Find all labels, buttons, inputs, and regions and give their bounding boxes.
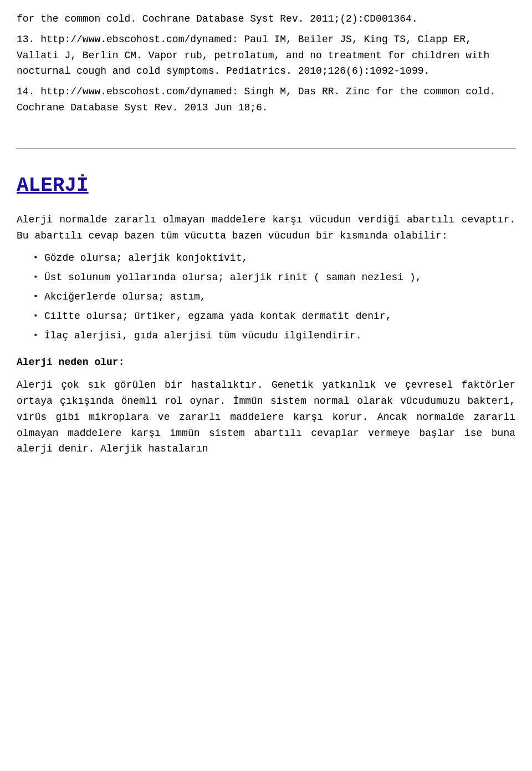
alerji-list: Gözde olursa; alerjik konjoktivit, Üst s… <box>33 250 515 343</box>
list-item: İlaç alerjisi, gıda alerjisi tüm vücudu … <box>33 328 515 344</box>
list-item: Üst solunum yollarında olursa; alerjik r… <box>33 270 515 286</box>
list-item: Ciltte olursa; ürtiker, egzama yada kont… <box>33 308 515 324</box>
alerji-intro: Alerji normalde zararlı olmayan maddeler… <box>17 212 515 244</box>
alerji-subsection-title: Alerji neden olur: <box>17 354 515 371</box>
references-section: for the common cold. Cochrane Database S… <box>17 11 515 131</box>
ref13: 13. http://www.ebscohost.com/dynamed: Pa… <box>17 32 515 79</box>
ref12-text: for the common cold. Cochrane Database S… <box>17 11 515 27</box>
list-item: Gözde olursa; alerjik konjoktivit, <box>33 250 515 266</box>
list-item: Akciğerlerde olursa; astım, <box>33 289 515 305</box>
ref13-label: 13. <box>17 34 34 45</box>
alerji-title: ALERJİ <box>17 171 515 201</box>
alerji-section: ALERJİ Alerji normalde zararlı olmayan m… <box>17 165 515 469</box>
ref14-label: 14. <box>17 86 34 97</box>
alerji-para1: Alerji çok sık görülen bir hastalıktır. … <box>17 377 515 457</box>
ref14-text: http://www.ebscohost.com/dynamed: Singh … <box>17 86 495 113</box>
ref13-text: http://www.ebscohost.com/dynamed: Paul I… <box>17 34 489 77</box>
section-divider <box>17 148 515 149</box>
ref14: 14. http://www.ebscohost.com/dynamed: Si… <box>17 84 515 116</box>
